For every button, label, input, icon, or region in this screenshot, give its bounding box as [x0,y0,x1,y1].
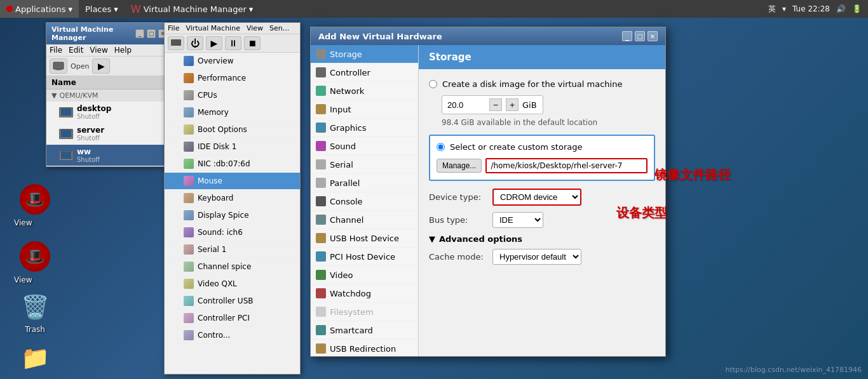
vm-item-server[interactable]: server Shutoff [46,123,172,145]
manage-button[interactable]: Manage... [437,159,482,173]
dialog-hw-network[interactable]: Network [311,82,418,100]
dialog-hw-pci[interactable]: PCI Host Device [311,248,418,266]
hw-item-display[interactable]: Display Spice [165,207,300,224]
view2-icon: 🎩 [20,241,50,272]
hw-item-performance[interactable]: Performance [165,70,300,87]
hw-video-label: Video QXL [198,279,237,288]
create-disk-radio[interactable] [429,80,437,88]
detail-menu-view[interactable]: View [247,24,263,32]
vm-detail-menu: File Virtual Machine View Sen... [165,23,300,34]
dialog-hw-parallel[interactable]: Parallel [311,174,418,192]
detail-screen-btn[interactable] [168,36,184,50]
storage-path-field[interactable]: /home/kiosk/Desktop/rhel-server-7 [485,158,648,173]
vm-item-ww[interactable]: ww Shutoff [46,145,172,166]
dialog-sound-label: Sound [330,142,356,151]
vm-item-desktop[interactable]: desktop Shutoff [46,102,172,123]
detail-menu-file[interactable]: File [168,24,179,32]
hw-item-cide[interactable]: Contro... [165,327,300,344]
menu-edit[interactable]: Edit [69,46,83,55]
menu-help[interactable]: Help [114,46,132,55]
menu-file[interactable]: File [50,46,62,55]
sound-icon [184,227,194,237]
hw-item-cpci[interactable]: Controller PCI [165,310,300,327]
custom-storage-path-row: Manage... /home/kiosk/Desktop/rhel-serve… [437,158,648,173]
vm-ww-icon [59,150,73,161]
vm-group-qemu: ▼ QEMU/KVM desktop Shutoff server Shutof… [46,90,172,166]
dialog-sound-icon [316,141,326,151]
dialog-hw-input[interactable]: Input [311,100,418,119]
lang-indicator[interactable]: 英 [768,4,776,15]
dialog-storage-label: Storage [330,50,362,59]
hw-item-video[interactable]: Video QXL [165,276,300,293]
disk-increase-btn[interactable]: + [506,98,519,111]
minimize-button[interactable]: _ [135,29,144,38]
dialog-hw-serial[interactable]: Serial [311,156,418,174]
detail-pause-btn[interactable]: ⏸ [225,36,241,50]
cache-dropdown[interactable]: Hypervisor default none writethrough wri… [492,249,581,265]
detail-stop-btn[interactable]: ⏹ [244,36,261,50]
dialog-hw-storage[interactable]: Storage [311,45,418,63]
disk-size-input[interactable] [447,100,485,110]
dialog-serial-label: Serial [330,160,353,170]
desktop-icon-folder[interactable]: 📁 [13,343,57,373]
hw-item-cpus[interactable]: CPUs [165,87,300,104]
hw-display-label: Display Spice [198,211,249,220]
dialog-hw-smartcard[interactable]: Smartcard [311,321,418,340]
group-arrow: ▼ [51,91,57,100]
dialog-hw-sound[interactable]: Sound [311,137,418,156]
open-btn[interactable]: Open [71,62,89,70]
cache-row: Cache mode: Hypervisor default none writ… [429,249,655,265]
places-menu[interactable]: Places ▾ [79,0,125,18]
detail-power-btn[interactable]: ⏻ [187,36,203,50]
hw-item-nic[interactable]: NIC :db:07:6d [165,156,300,173]
hw-item-channel[interactable]: Channel spice [165,258,300,276]
dialog-maximize-btn[interactable]: □ [635,31,645,41]
hw-item-boot[interactable]: Boot Options [165,121,300,138]
device-type-dropdown[interactable]: CDROM device Disk device Floppy device [492,189,581,206]
vmm-taskbar-item[interactable]: W Virtual Machine Manager ▾ [125,0,260,18]
vm-ww-details: ww Shutoff [77,147,100,163]
volume-icon[interactable]: 🔊 [836,4,846,13]
hw-item-overview[interactable]: Overview [165,53,300,70]
dialog-hw-video[interactable]: Video [311,266,418,284]
dialog-hw-channel[interactable]: Channel [311,211,418,229]
hw-memory-label: Memory [198,108,229,117]
menu-view[interactable]: View [90,46,107,55]
hw-item-cusb[interactable]: Controller USB [165,293,300,310]
svg-rect-1 [56,69,61,70]
dialog-channel-label: Channel [330,215,363,225]
dialog-hw-usb[interactable]: USB Host Device [311,229,418,248]
dialog-network-label: Network [330,86,364,96]
serial-icon [184,244,194,255]
custom-storage-radio[interactable] [437,143,445,151]
toolbar-play-btn[interactable]: ▶ [92,58,110,74]
advanced-toggle[interactable]: ▼ Advanced options [429,234,655,244]
hw-item-memory[interactable]: Memory [165,104,300,121]
desktop-icon-view1[interactable]: 🎩 [13,184,57,215]
bus-type-dropdown[interactable]: IDE SCSI VirtIO [492,212,543,228]
dialog-hw-controller[interactable]: Controller [311,63,418,82]
desktop-icon-view2[interactable]: 🎩 [13,241,57,272]
applications-menu[interactable]: Applications ▾ [0,0,79,18]
dialog-hw-console[interactable]: Console [311,192,418,211]
dialog-hw-watchdog[interactable]: Watchdog [311,284,418,303]
hw-item-ide[interactable]: IDE Disk 1 [165,138,300,156]
toolbar-screen-btn[interactable] [50,58,67,74]
detail-menu-send[interactable]: Sen... [269,24,289,32]
maximize-button[interactable]: □ [147,29,156,38]
hw-item-mouse[interactable]: Mouse [165,173,300,190]
hw-item-sound[interactable]: Sound: ich6 [165,224,300,241]
desktop-icon-trash[interactable]: 🗑️ Trash [13,292,57,334]
hw-item-serial[interactable]: Serial 1 [165,241,300,258]
hw-item-keyboard[interactable]: Keyboard [165,190,300,207]
dialog-hw-usbr[interactable]: USB Redirection [311,340,418,356]
dialog-graphics-icon [316,123,326,133]
dialog-hw-graphics[interactable]: Graphics [311,119,418,137]
detail-play-btn[interactable]: ▶ [206,36,222,50]
detail-menu-vm[interactable]: Virtual Machine [186,24,240,32]
annotation-device-type: 设备类型 [616,204,667,222]
dialog-close-btn[interactable]: ✕ [648,31,658,41]
dialog-minimize-btn[interactable]: _ [622,31,632,41]
disk-decrease-btn[interactable]: − [489,98,502,111]
clock: Tue 22:28 [792,4,830,13]
